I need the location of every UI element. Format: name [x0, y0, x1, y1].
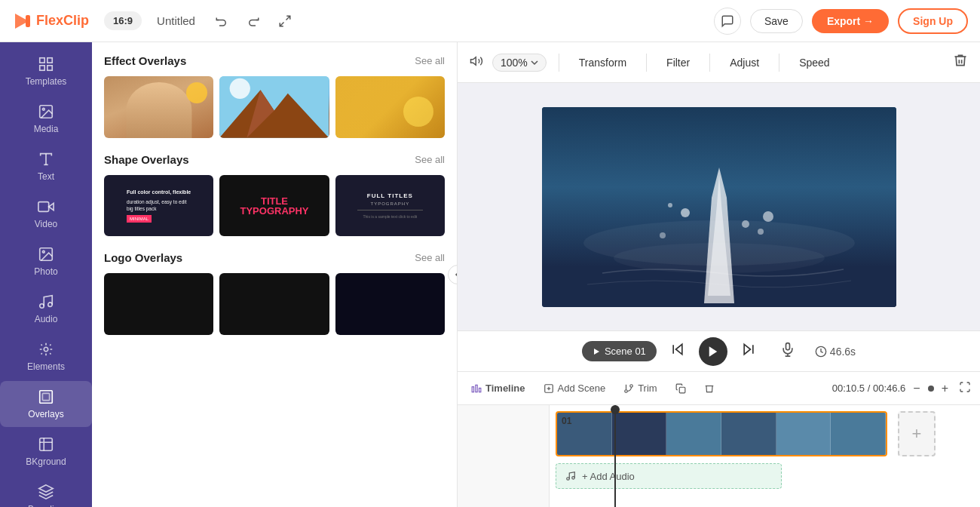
play-button[interactable]: [699, 337, 727, 366]
shape-overlay-item-2[interactable]: TITLE TYPOGRAPHY: [219, 175, 329, 237]
mountain-svg: [219, 76, 329, 138]
clip-frame-6: [831, 413, 886, 455]
shape-overlays-see-all[interactable]: See all: [415, 154, 445, 165]
add-audio-button[interactable]: + Add Audio: [556, 463, 782, 489]
filter-button[interactable]: Filter: [659, 53, 697, 72]
skip-forward-button[interactable]: [737, 337, 761, 365]
transform-button[interactable]: Transform: [571, 53, 634, 72]
skip-forward-icon: [741, 342, 756, 357]
svg-rect-6: [40, 66, 44, 70]
svg-point-33: [742, 220, 749, 228]
mic-button[interactable]: [776, 337, 800, 365]
logo-overlay-item-3[interactable]: [335, 273, 445, 335]
svg-rect-5: [47, 58, 52, 63]
undo-button[interactable]: [210, 10, 233, 32]
svg-point-34: [660, 232, 666, 238]
shape-overlay-text-2: TITLE TYPOGRAPHY: [240, 196, 308, 216]
shape-overlays-header: Shape Overlays See all: [104, 153, 445, 166]
svg-point-18: [44, 347, 48, 352]
trim-button[interactable]: Trim: [616, 379, 665, 397]
effect-overlay-item-2[interactable]: [219, 76, 329, 138]
speed-button[interactable]: Speed: [792, 53, 837, 72]
chat-button[interactable]: [714, 8, 741, 35]
redo-button[interactable]: [242, 10, 265, 32]
audio-track: + Add Audio: [556, 461, 974, 491]
sidebar-item-media[interactable]: Media: [0, 96, 92, 142]
export-button[interactable]: Export →: [812, 9, 889, 33]
play-icon: [706, 345, 720, 358]
text-label: Text: [38, 171, 54, 182]
adjust-button[interactable]: Adjust: [722, 53, 767, 72]
svg-marker-41: [709, 346, 718, 357]
video-clip[interactable]: 01: [556, 411, 887, 456]
shape-overlay-item-1[interactable]: Full color control, flexible duration ad…: [104, 175, 213, 237]
panel-collapse-button[interactable]: [448, 265, 458, 284]
volume-control[interactable]: 100%: [492, 54, 547, 72]
scene-label: Scene 01: [582, 341, 657, 361]
aspect-ratio-button[interactable]: 16:9: [104, 11, 142, 30]
volume-icon: [470, 54, 483, 71]
timeline-tracks: 01 +: [550, 405, 980, 507]
svg-rect-13: [38, 202, 49, 212]
delete-clip-icon: [704, 383, 715, 394]
elements-label: Elements: [27, 361, 65, 372]
svg-point-32: [681, 208, 690, 217]
sidebar-item-templates[interactable]: Templates: [0, 48, 92, 94]
skip-back-button[interactable]: [666, 337, 690, 365]
svg-rect-4: [40, 58, 44, 63]
sidebar-item-elements[interactable]: Elements: [0, 333, 92, 379]
shape-overlay-item-3[interactable]: FULL TITLES TYPOGRAPHY This is a sample …: [335, 175, 445, 237]
video-label: Video: [35, 219, 57, 229]
sidebar-item-branding[interactable]: Branding: [0, 476, 92, 507]
shape-overlays-title: Shape Overlays: [104, 153, 189, 166]
svg-rect-21: [40, 438, 53, 451]
chevron-left-icon: [454, 271, 458, 278]
preview-toolbar: 100% Transform Filter Adjust Speed: [458, 42, 980, 83]
sidebar-item-bkground[interactable]: BKground: [0, 429, 92, 475]
effect-overlays-grid: [104, 76, 445, 138]
signup-button[interactable]: Sign Up: [898, 8, 968, 34]
video-track: 01 +: [556, 411, 974, 456]
sidebar-item-audio[interactable]: Audio: [0, 286, 92, 332]
toolbar-divider-2: [646, 54, 647, 72]
shape-overlay-caption-3: This is a sample text click to edit: [363, 214, 417, 219]
delete-button[interactable]: [953, 53, 968, 72]
clip-frame-5: [776, 413, 831, 455]
mic-icon: [780, 342, 795, 357]
zoom-out-button[interactable]: −: [908, 380, 924, 397]
add-scene-button[interactable]: Add Scene: [536, 379, 614, 397]
music-icon: [565, 471, 576, 481]
shape-overlay-text-3: FULL TITLES: [367, 192, 413, 199]
fit-to-window-button[interactable]: [956, 378, 974, 398]
media-icon: [38, 103, 54, 120]
effect-overlays-see-all[interactable]: See all: [415, 55, 445, 66]
speaker-icon: [470, 54, 483, 68]
save-button[interactable]: Save: [750, 9, 803, 33]
zoom-in-button[interactable]: +: [937, 380, 953, 397]
add-clip-button[interactable]: +: [898, 411, 936, 456]
svg-point-35: [763, 211, 773, 222]
shape-overlay-subtext-3: TYPOGRAPHY: [370, 201, 409, 206]
delete-clip-button[interactable]: [697, 380, 722, 397]
svg-marker-42: [744, 344, 750, 354]
timeline-time: 00:10.5 / 00:46.6: [832, 383, 906, 394]
fullscreen-button[interactable]: [274, 10, 296, 32]
sidebar-item-overlays[interactable]: Overlays: [0, 381, 92, 427]
duplicate-button[interactable]: [668, 380, 694, 397]
templates-icon: [38, 56, 54, 72]
clip-number: 01: [562, 416, 571, 426]
sidebar-item-photo[interactable]: Photo: [0, 238, 92, 284]
clip-frame-4: [721, 413, 776, 455]
sidebar-item-video[interactable]: Video: [0, 191, 92, 237]
sidebar-item-text[interactable]: Text: [0, 143, 92, 189]
logo-overlays-see-all[interactable]: See all: [415, 252, 445, 263]
timeline-tab-button[interactable]: Timeline: [464, 379, 533, 397]
effect-overlay-item-3[interactable]: [335, 76, 445, 138]
effect-overlay-item-1[interactable]: [104, 76, 213, 138]
trash-icon: [953, 53, 968, 68]
add-audio-label: + Add Audio: [582, 471, 635, 482]
logo-overlay-item-2[interactable]: [219, 273, 329, 335]
skip-back-icon: [670, 342, 685, 357]
logo-overlay-item-1[interactable]: [104, 273, 213, 335]
fullscreen-icon: [278, 14, 292, 28]
